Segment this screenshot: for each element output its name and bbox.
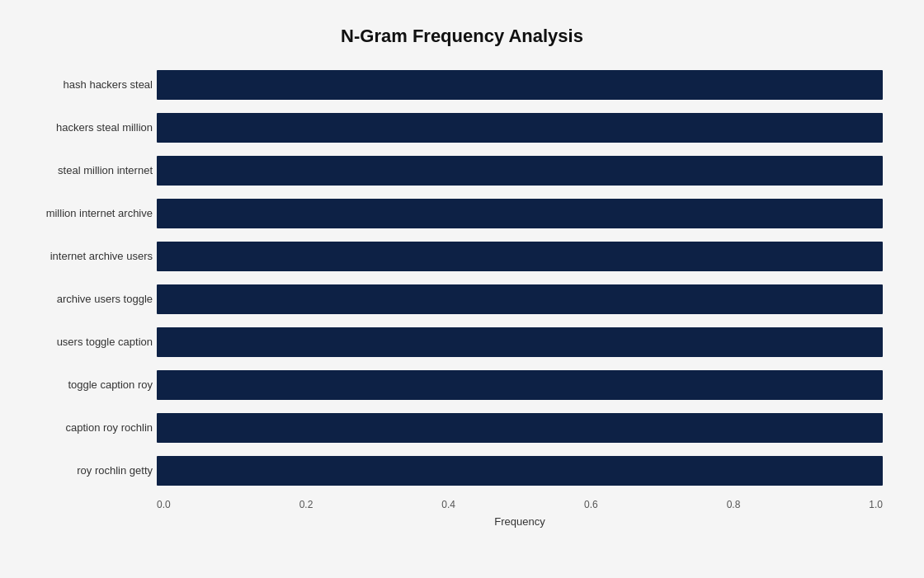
bar-row: million internet archive [157,192,883,235]
bar-track [157,70,883,100]
bar-track [157,327,883,357]
bar-row: hackers steal million [157,106,883,149]
x-axis: 0.00.20.40.60.81.0 [157,499,883,510]
bar-track [157,156,883,186]
bar-track [157,113,883,143]
bar-track [157,242,883,271]
chart-area: hash hackers stealhackers steal millions… [157,63,883,492]
x-tick: 0.4 [441,499,455,510]
bar-fill [157,413,883,443]
x-tick: 0.2 [299,499,314,510]
chart-title: N-Gram Frequency Analysis [25,26,899,47]
x-axis-label: Frequency [157,515,883,528]
bar-label: archive users toggle [21,293,153,305]
bar-track [157,284,883,314]
bar-fill [157,199,883,228]
bar-row: internet archive users [157,235,883,278]
x-tick: 0.0 [157,499,171,510]
bar-label: caption roy rochlin [21,421,153,434]
bar-fill [157,156,883,186]
bar-label: steal million internet [21,164,153,176]
bar-track [157,370,883,400]
x-tick: 1.0 [869,499,883,510]
bar-row: roy rochlin getty [157,449,883,492]
bar-fill [157,327,883,357]
bar-track [157,199,883,228]
bar-fill [157,370,883,400]
bar-fill [157,242,883,271]
bar-fill [157,284,883,314]
bar-label: hash hackers steal [21,78,153,91]
bar-row: toggle caption roy [157,364,883,406]
bar-row: steal million internet [157,149,883,192]
bar-label: internet archive users [21,250,153,262]
bar-row: caption roy rochlin [157,406,883,449]
bar-label: hackers steal million [21,121,153,134]
x-tick: 0.8 [727,499,741,510]
bar-row: users toggle caption [157,321,883,364]
bar-fill [157,456,883,486]
bar-row: hash hackers steal [157,63,883,106]
bar-label: roy rochlin getty [21,464,153,477]
bar-label: users toggle caption [21,336,153,348]
bar-track [157,413,883,443]
bar-row: archive users toggle [157,278,883,321]
chart-container: N-Gram Frequency Analysis hash hackers s… [8,9,916,570]
x-tick: 0.6 [584,499,598,510]
bar-label: toggle caption roy [21,378,153,391]
bar-track [157,456,883,486]
bar-fill [157,113,883,143]
bar-fill [157,70,883,100]
bar-label: million internet archive [21,207,153,219]
